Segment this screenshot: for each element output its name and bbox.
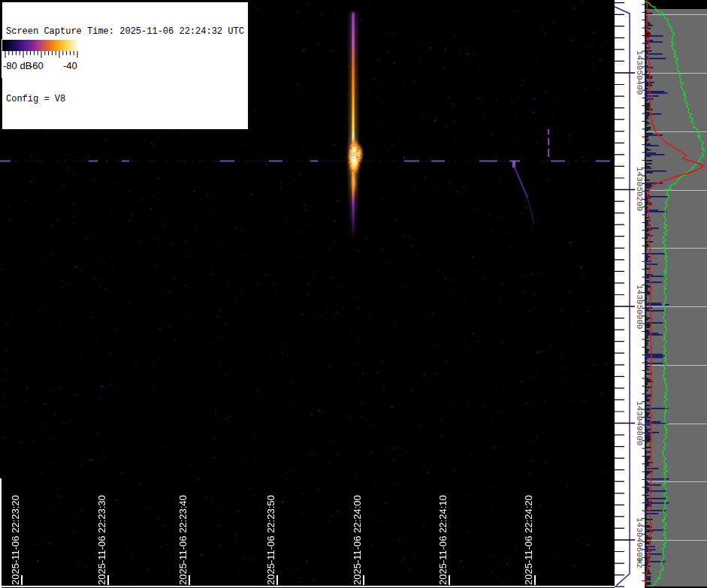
time-axis-label: 2025-11-06 22:23:50 — [265, 495, 276, 585]
frequency-label: 143049800 — [635, 401, 644, 445]
scale-bracket-line — [615, 7, 630, 586]
capture-time-line: Screen Capture Time: 2025-11-06 22:24:32… — [6, 26, 244, 38]
time-axis-tick — [21, 575, 23, 585]
colorbar-label: -60 — [29, 60, 44, 71]
time-axis-label: 2025-11-06 22:23:30 — [96, 495, 107, 585]
config-line: Config = V8 — [6, 94, 244, 105]
spectrum-panel — [645, 0, 707, 588]
time-axis-tick — [449, 575, 450, 585]
frequency-scale: 1430504001430502001430500001430498001430… — [615, 0, 645, 588]
time-axis-tick — [363, 575, 364, 585]
time-axis-tick — [189, 575, 190, 585]
time-axis-label: 2025-11-06 22:23:40 — [177, 495, 189, 585]
waterfall-bottom-border — [0, 586, 615, 587]
colorbar-label: -80 dB — [3, 60, 32, 71]
frequency-label: 143049600 — [635, 517, 644, 562]
frequency-label: 143050200 — [635, 167, 644, 211]
spectrogram-app: Screen Capture Time: 2025-11-06 22:24:32… — [0, 0, 707, 588]
time-axis-label: 2025-11-06 22:24:10 — [437, 495, 449, 585]
waterfall-left-border — [0, 478, 2, 588]
frequency-label: 143050400 — [635, 50, 644, 95]
time-axis-tick — [534, 575, 536, 585]
time-axis-tick — [107, 575, 109, 585]
colorbar-ticks — [2, 51, 87, 59]
frequency-label: 143050000 — [635, 285, 644, 329]
time-axis-label: 2025-11-06 22:24:20 — [523, 495, 534, 585]
time-axis-label: 2025-11-06 22:24:00 — [352, 495, 363, 585]
frequency-unit-label: Hz — [635, 559, 644, 568]
colorbar-label: -40 — [63, 60, 77, 71]
colorbar-gradient — [2, 40, 79, 51]
colorbar-legend: -80 dB-60-40 — [2, 39, 87, 78]
time-axis-tick — [276, 575, 278, 585]
time-axis-label: 2025-11-06 22:23:20 — [10, 495, 21, 585]
